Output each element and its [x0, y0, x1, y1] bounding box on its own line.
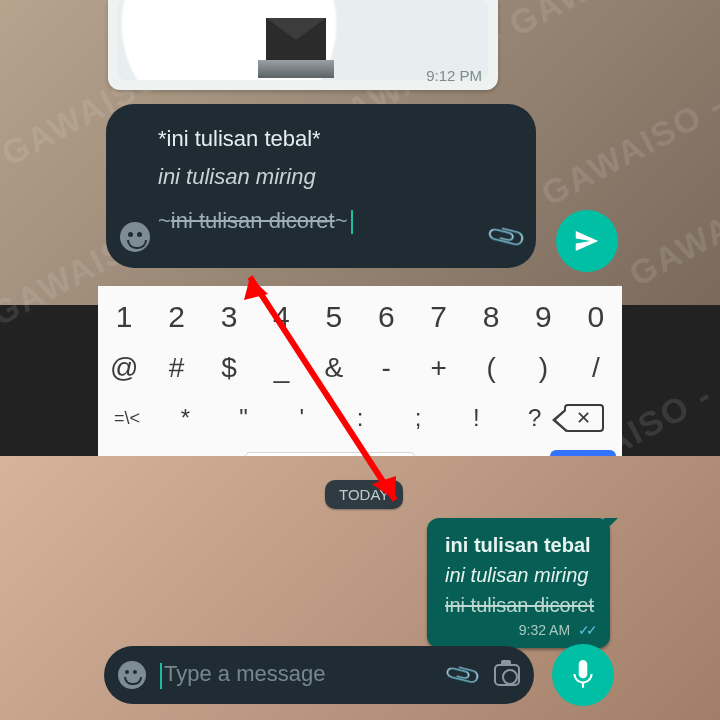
message-input-bar[interactable]: Type a message 📎 — [104, 646, 534, 704]
compose-line-1: *ini tulisan tebal* — [158, 122, 482, 156]
key-star[interactable]: * — [156, 404, 214, 432]
outgoing-message[interactable]: ini tulisan tebal ini tulisan miring ini… — [427, 518, 610, 648]
keyboard-row-3: =\< * " ' : ; ! ? ✕ — [98, 404, 622, 432]
key-bang[interactable]: ! — [447, 404, 505, 432]
key-squote[interactable]: ' — [273, 404, 331, 432]
key-colon[interactable]: : — [331, 404, 389, 432]
mic-button[interactable] — [552, 644, 614, 706]
key-9[interactable]: 9 — [517, 300, 569, 334]
attachment-timestamp: 9:12 PM — [426, 67, 482, 84]
paperclip-icon[interactable]: 📎 — [443, 655, 484, 695]
key-5[interactable]: 5 — [308, 300, 360, 334]
key-2[interactable]: 2 — [150, 300, 202, 334]
text-cursor — [351, 210, 353, 234]
key-at[interactable]: @ — [98, 352, 150, 384]
key-plus[interactable]: + — [412, 352, 464, 384]
msg-line-strike: ini tulisan dicoret — [445, 590, 594, 620]
mic-icon — [570, 660, 596, 690]
key-8[interactable]: 8 — [465, 300, 517, 334]
attachment-bubble[interactable]: 9:12 PM — [108, 0, 498, 90]
msg-line-italic: ini tulisan miring — [445, 560, 594, 590]
key-3[interactable]: 3 — [203, 300, 255, 334]
compose-line-2: ini tulisan miring — [158, 160, 482, 194]
msg-line-bold: ini tulisan tebal — [445, 530, 594, 560]
key-dollar[interactable]: $ — [203, 352, 255, 384]
attachment-accent — [258, 60, 334, 78]
key-hash[interactable]: # — [150, 352, 202, 384]
day-pill: TODAY — [325, 480, 403, 509]
key-dquote[interactable]: " — [214, 404, 272, 432]
camera-icon[interactable] — [494, 664, 520, 686]
compose-input[interactable]: *ini tulisan tebal* ini tulisan miring ~… — [106, 104, 536, 268]
emoji-icon[interactable] — [118, 661, 146, 689]
key-1[interactable]: 1 — [98, 300, 150, 334]
keyboard-row-1: 1 2 3 4 5 6 7 8 9 0 — [98, 300, 622, 334]
key-semicolon[interactable]: ; — [389, 404, 447, 432]
backspace-icon: ✕ — [564, 404, 604, 432]
key-backspace[interactable]: ✕ — [564, 404, 622, 432]
msg-time: 9:32 AM — [519, 622, 570, 638]
send-icon — [572, 226, 602, 256]
text-cursor — [160, 663, 162, 689]
msg-meta: 9:32 AM ✓✓ — [445, 622, 594, 638]
key-lparen[interactable]: ( — [465, 352, 517, 384]
compose-line-3: ~ini tulisan dicoret~ — [158, 204, 482, 238]
send-button[interactable] — [556, 210, 618, 272]
paperclip-icon[interactable]: 📎 — [484, 215, 528, 259]
key-0[interactable]: 0 — [570, 300, 622, 334]
key-4[interactable]: 4 — [255, 300, 307, 334]
emoji-icon[interactable] — [120, 222, 150, 252]
key-rparen[interactable]: ) — [517, 352, 569, 384]
key-amp[interactable]: & — [308, 352, 360, 384]
key-slash[interactable]: / — [570, 352, 622, 384]
key-dash[interactable]: - — [360, 352, 412, 384]
key-7[interactable]: 7 — [412, 300, 464, 334]
envelope-icon — [266, 18, 326, 60]
key-underscore[interactable]: _ — [255, 352, 307, 384]
keyboard-row-2: @ # $ _ & - + ( ) / — [98, 352, 622, 384]
key-shift-alt[interactable]: =\< — [98, 408, 156, 429]
message-input[interactable]: Type a message — [160, 661, 434, 688]
read-ticks-icon: ✓✓ — [578, 622, 594, 638]
key-6[interactable]: 6 — [360, 300, 412, 334]
